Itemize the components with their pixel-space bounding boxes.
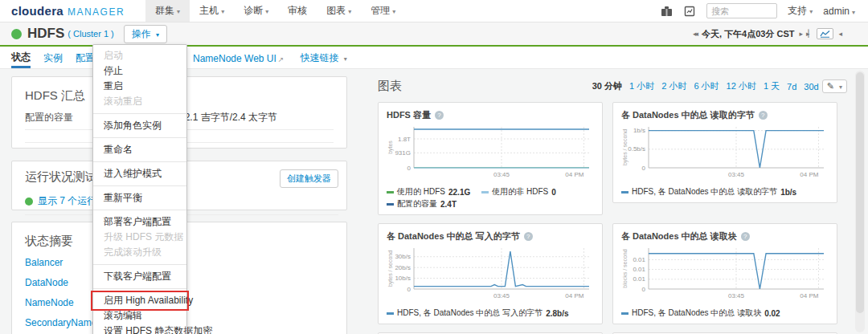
time-range-link[interactable]: 7d [787, 82, 796, 92]
info-icon[interactable]: ? [759, 111, 768, 120]
running-commands-icon[interactable] [683, 5, 696, 18]
summary-row-value: 22.1 吉字节/2.4 太字节 [179, 111, 277, 124]
legend-swatch-icon [387, 312, 394, 315]
scrollbar-thumb[interactable] [856, 72, 864, 313]
actions-menu-item[interactable]: 设置 HDFS 静态数据加密 [93, 324, 186, 334]
time-range-widget: ◂◂ 今天, 下午4点03分 CST ▸ ▸▏ ◂ [693, 28, 841, 40]
legend-item: 使用的非 HDFS0 [481, 186, 556, 198]
logo-primary: cloudera [11, 4, 63, 18]
legend-swatch-icon [387, 203, 394, 206]
actions-menu-item[interactable]: 重启 [93, 79, 186, 94]
time-range-link[interactable]: 12 小时 [727, 80, 756, 92]
svg-text:1.8T: 1.8T [398, 136, 411, 143]
parcel-icon[interactable] [660, 5, 673, 18]
svg-text:bytes / second: bytes / second [387, 250, 394, 287]
tab-item[interactable]: 实例 [43, 48, 63, 68]
topnav-menu-item[interactable]: 审核 [278, 0, 317, 22]
time-range-link[interactable]: 2 小时 [661, 80, 686, 92]
actions-menu-item[interactable]: 滚动编辑 [93, 308, 186, 324]
actions-menu-item: 完成滚动升级 [93, 245, 186, 260]
logo-secondary: MANAGER [68, 6, 125, 18]
tab-active[interactable]: 状态 [11, 48, 31, 68]
time-back-icon[interactable]: ◂◂ [693, 30, 697, 38]
tab-bar-links: NameNode Web UI↗ 快速链接 ▾ [193, 51, 347, 65]
time-range-link[interactable]: 1 小时 [629, 80, 654, 92]
time-chart-button[interactable] [817, 28, 833, 39]
legend-item: 配置的容量2.4T [387, 198, 457, 210]
topnav-menu-item[interactable]: 群集▾ [145, 0, 190, 22]
time-range-link[interactable]: 30 分钟 [592, 80, 622, 92]
menu-separator [93, 113, 186, 114]
time-range-selector: 30 分钟1 小时2 小时6 小时12 小时1 天7d30d [592, 80, 819, 92]
actions-menu-item[interactable]: 进入维护模式 [93, 166, 186, 181]
time-label[interactable]: 今天, 下午4点03分 CST [702, 28, 795, 40]
time-forward-end-icon[interactable]: ▸▏ [806, 30, 812, 38]
chart-legend: 使用的 HDFS22.1G使用的非 HDFS0配置的容量2.4T [387, 186, 594, 210]
actions-menu-item[interactable]: 重新平衡 [93, 190, 186, 206]
topnav-right: 支持▾ admin▾ [660, 3, 868, 18]
actions-button[interactable]: 操作 ▾ [124, 25, 167, 43]
time-range-link[interactable]: 6 小时 [694, 80, 719, 92]
external-link-icon: ↗ [278, 55, 285, 63]
chart-card[interactable]: 各 DataNodes 中的总 写入的字节?010b/s20b/s30b/s03… [378, 223, 603, 324]
chevron-down-icon: ▾ [177, 8, 180, 15]
edit-charts-button[interactable]: ✎ ▾ [822, 79, 847, 93]
chevron-down-icon: ▾ [852, 9, 855, 16]
create-trigger-button[interactable]: 创建触发器 [280, 169, 338, 188]
time-collapse-icon[interactable]: ◂ [838, 30, 841, 38]
cloudera-manager-page: { "icons": { "info": "?", "caret": "▾", … [0, 0, 868, 334]
svg-text:03:45: 03:45 [728, 292, 745, 299]
menu-separator [93, 161, 186, 162]
quick-links-menu[interactable]: 快速链接 ▾ [300, 51, 346, 65]
time-forward-icon[interactable]: ▸ [799, 30, 801, 38]
info-icon[interactable]: ? [524, 232, 533, 241]
actions-menu-item[interactable]: 部署客户端配置 [93, 214, 186, 230]
support-label: 支持 [788, 5, 807, 16]
cluster-name-link[interactable]: ( Cluster 1 ) [68, 29, 113, 39]
svg-text:03:45: 03:45 [493, 292, 510, 299]
info-icon[interactable]: ? [741, 232, 750, 241]
menu-separator [93, 185, 186, 186]
topnav-menu-item[interactable]: 诊断▾ [234, 0, 278, 22]
actions-menu-item[interactable]: 启用 High Availability [93, 293, 186, 308]
namenode-web-ui-link[interactable]: NameNode Web UI↗ [193, 53, 284, 64]
actions-menu-item: 启动 [93, 48, 186, 63]
actions-menu-item[interactable]: 停止 [93, 63, 186, 79]
time-range-link[interactable]: 1 天 [764, 80, 780, 92]
svg-text:bytes / second: bytes / second [622, 129, 628, 165]
chart-card-title: 各 DataNodes 中的总 读取的字节 [621, 109, 755, 121]
chevron-down-icon: ▾ [344, 55, 347, 63]
chart-card[interactable]: HDFS 容量?0931G1.8T03:4504 PMbytes使用的 HDFS… [378, 102, 603, 215]
health-ok-dot [25, 198, 33, 206]
charts-grid: HDFS 容量?0931G1.8T03:4504 PMbytes使用的 HDFS… [378, 102, 849, 334]
chart-card[interactable]: 各 DataNodes 中的总 读取的字节?00.5b/s1b/s03:4504… [612, 102, 837, 203]
namenode-link-label: NameNode Web UI [193, 53, 276, 64]
user-menu[interactable]: admin▾ [823, 6, 855, 17]
topnav-menu-item[interactable]: 管理▾ [361, 0, 405, 22]
topnav-menu-item[interactable]: 主机▾ [190, 0, 234, 22]
svg-text:0.5b/s: 0.5b/s [628, 145, 645, 153]
line-chart-icon [820, 30, 830, 38]
chevron-down-icon: ▾ [221, 8, 224, 15]
support-menu[interactable]: 支持▾ [788, 4, 813, 18]
svg-text:03:45: 03:45 [493, 171, 510, 178]
chevron-down-icon: ▾ [809, 8, 813, 15]
charts-section: 图表 30 分钟1 小时2 小时6 小时12 小时1 天7d30d ✎ ▾ HD… [366, 69, 849, 334]
actions-menu-item[interactable]: 添加角色实例 [93, 118, 186, 133]
cloudera-logo[interactable]: cloudera MANAGER [11, 4, 125, 18]
search-input[interactable] [706, 3, 777, 18]
actions-label: 操作 [132, 28, 151, 39]
svg-text:0: 0 [642, 286, 646, 293]
chart-card[interactable]: 各 DataNodes 中的总 读取块?00.010.010.0103:4504… [612, 223, 837, 324]
info-icon[interactable]: ? [435, 111, 444, 120]
actions-dropdown: 启动停止重启滚动重启添加角色实例重命名进入维护模式重新平衡部署客户端配置升级 H… [92, 44, 187, 334]
legend-item: HDFS, 各 DataNodes 中的总 读取块0.02 [621, 308, 780, 319]
scrollbar[interactable] [855, 71, 865, 332]
actions-menu-item[interactable]: 重命名 [93, 142, 186, 157]
svg-text:bytes: bytes [387, 141, 394, 154]
menu-separator [93, 210, 186, 210]
actions-menu-item[interactable]: 下载客户端配置 [93, 269, 186, 284]
cluster-bar: HDFS ( Cluster 1 ) 操作 ▾ ◂◂ 今天, 下午4点03分 C… [0, 22, 868, 47]
topnav-menu-item[interactable]: 图表▾ [317, 0, 361, 22]
time-range-link[interactable]: 30d [804, 82, 818, 92]
